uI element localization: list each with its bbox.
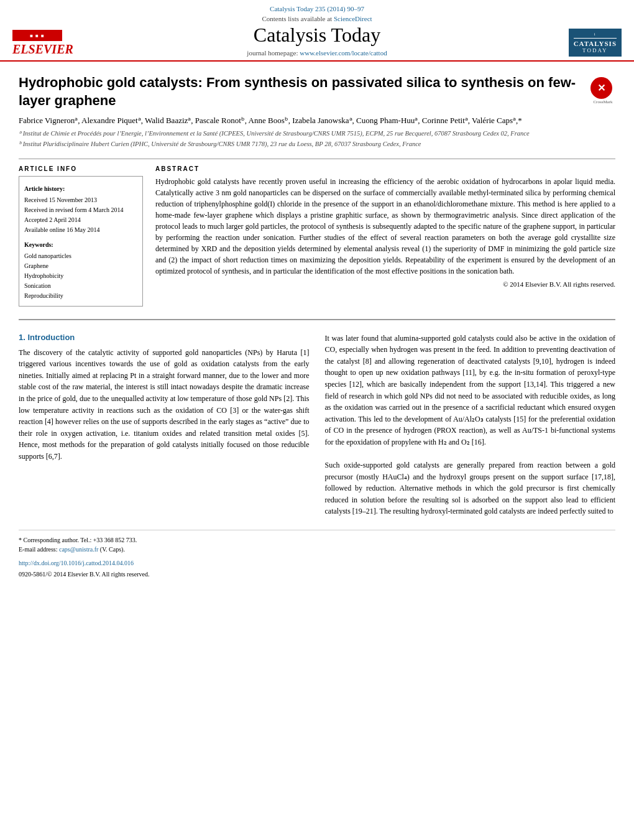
elsevier-logo: ■ ■ ■ ELSEVIER: [12, 30, 68, 57]
revised-date: Received in revised form 4 March 2014: [24, 205, 137, 215]
the-catalyst-text: the catalyst: [325, 357, 360, 366]
badge-title: CATALYSIS: [574, 40, 617, 47]
article-info-col: ARTICLE INFO Article history: Received 1…: [19, 165, 143, 307]
intro-left-text: The discovery of the catalytic activity …: [19, 347, 310, 463]
article-info-box: Article history: Received 15 November 20…: [19, 176, 143, 307]
article-title: Hydrophobic gold catalysts: From synthes…: [19, 74, 581, 109]
intro-left-col: 1. Introduction The discovery of the cat…: [19, 333, 310, 518]
elsevier-wordmark: ELSEVIER: [12, 42, 73, 56]
journal-ref: Catalysis Today 235 (2014) 90–97: [68, 5, 566, 12]
email-note: E-mail address: caps@unistra.fr (V. Caps…: [19, 545, 615, 554]
keyword-3: Hydrophobicity: [24, 271, 137, 281]
article-info-abstract-section: ARTICLE INFO Article history: Received 1…: [19, 159, 615, 307]
introduction-section: 1. Introduction The discovery of the cat…: [19, 319, 615, 518]
contents-line: Contents lists available at ScienceDirec…: [68, 15, 566, 22]
keyword-5: Reproducibility: [24, 291, 137, 301]
article-title-section: Hydrophobic gold catalysts: From synthes…: [19, 74, 615, 109]
authors: Fabrice Vigneronᵃ, Alexandre Piquetᵃ, Wa…: [19, 116, 615, 126]
available-date: Available online 16 May 2014: [24, 225, 137, 235]
badge-subtitle: TODAY: [574, 47, 617, 53]
keyword-1: Gold nanoparticles: [24, 251, 137, 261]
keywords-label: Keywords:: [24, 240, 137, 250]
received-date: Received 15 November 2013: [24, 195, 137, 205]
copyright-line: © 2014 Elsevier B.V. All rights reserved…: [155, 280, 615, 288]
abstract-label: ABSTRACT: [155, 165, 615, 172]
article-info-label: ARTICLE INFO: [19, 165, 143, 172]
elsevier-logo-bg: ■ ■ ■: [30, 33, 45, 39]
sciencedirect-link[interactable]: ScienceDirect: [334, 15, 372, 22]
crossmark-label: CrossMark: [590, 99, 615, 104]
journal-header: ■ ■ ■ ELSEVIER Catalysis Today 235 (2014…: [0, 0, 634, 62]
doi-link[interactable]: http://dx.doi.org/10.1016/j.cattod.2014.…: [19, 560, 134, 566]
doi-section: http://dx.doi.org/10.1016/j.cattod.2014.…: [19, 558, 615, 568]
keywords-section: Keywords: Gold nanoparticles Graphene Hy…: [24, 240, 137, 301]
intro-body: 1. Introduction The discovery of the cat…: [19, 333, 615, 518]
intro-right-text: It was later found that alumina-supporte…: [325, 333, 616, 518]
abstract-text: Hydrophobic gold catalysts have recently…: [155, 176, 615, 277]
intro-right-col: It was later found that alumina-supporte…: [325, 333, 616, 518]
accepted-date: Accepted 2 April 2014: [24, 215, 137, 225]
homepage-link[interactable]: www.elsevier.com/locate/cattod: [300, 49, 387, 57]
corresponding-note: * Corresponding author. Tel.: +33 368 85…: [19, 535, 615, 545]
affiliation-b: ᵇ Institut Pluridisciplinaire Hubert Cur…: [19, 140, 615, 149]
crossmark-logo: ✕: [590, 77, 612, 99]
article-footer: * Corresponding author. Tel.: +33 368 85…: [19, 530, 615, 585]
crossmark: ✕ CrossMark: [590, 77, 615, 104]
keyword-4: Sonication: [24, 281, 137, 291]
journal-ref-text: Catalysis Today 235 (2014) 90–97: [270, 5, 364, 12]
header-center: Catalysis Today 235 (2014) 90–97 Content…: [68, 5, 566, 60]
email-link[interactable]: caps@unistra.fr: [59, 546, 100, 553]
intro-heading: 1. Introduction: [19, 333, 310, 342]
abstract-col: ABSTRACT Hydrophobic gold catalysts have…: [155, 165, 615, 307]
badge-top: i: [574, 32, 617, 39]
main-content: Hydrophobic gold catalysts: From synthes…: [0, 62, 634, 598]
journal-title: Catalysis Today: [68, 24, 566, 47]
history-label: Article history:: [24, 184, 137, 194]
page: ■ ■ ■ ELSEVIER Catalysis Today 235 (2014…: [0, 0, 634, 840]
journal-logo-right: i CATALYSIS TODAY: [566, 29, 622, 57]
homepage-line: journal homepage: www.elsevier.com/locat…: [68, 49, 566, 57]
keyword-2: Graphene: [24, 261, 137, 271]
affiliation-a: ᵃ Institut de Chimie et Procédés pour l’…: [19, 129, 615, 139]
issn-line: 0920-5861/© 2014 Elsevier B.V. All right…: [19, 569, 615, 579]
